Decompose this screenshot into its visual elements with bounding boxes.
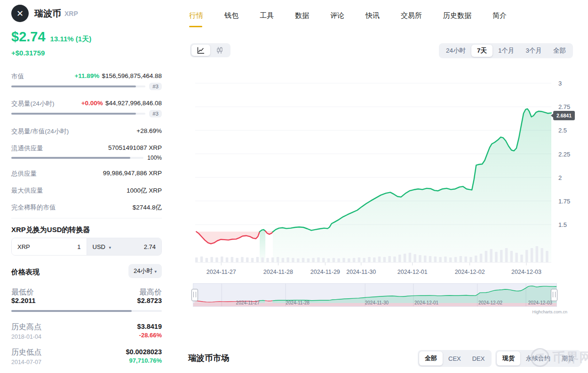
candlestick-chart-button[interactable] [210,45,229,56]
chart-navigator[interactable]: 2024-11-272024-11-282024-11-302024-12-01… [193,283,557,307]
svg-text:2024-12-03: 2024-12-03 [528,300,553,305]
performance-range-dropdown[interactable]: 24小时▾ [128,264,162,278]
svg-text:3: 3 [558,80,562,87]
stat-label: 市值 [11,72,24,81]
svg-text:2: 2 [558,174,562,181]
svg-text:2024-11-30: 2024-11-30 [365,300,389,305]
navigator-left-handle[interactable] [191,289,198,301]
filter-dex[interactable]: DEX [467,352,491,365]
ath-label: 历史高点 [11,323,41,331]
circulating-percent: 100% [147,155,162,161]
filter-all[interactable]: 全部 [419,351,443,365]
range-7d[interactable]: 7天 [471,45,493,57]
tab-comments[interactable]: 评论 [330,11,344,27]
low-high-values: $2.2011 $2.8723 [11,297,162,304]
price-chart-area[interactable]: 32.752.52.2521.751.52024-11-272024-11-28… [191,63,579,280]
divider [11,218,162,218]
price-chart[interactable]: 32.752.52.2521.751.52024-11-272024-11-28… [191,63,579,280]
stat-row-marketcap: 市值 +11.89%$156,596,875,464.88 [11,72,162,81]
navigator-chart: 2024-11-272024-11-282024-11-302024-12-01… [193,284,556,306]
coin-name: 瑞波币 [34,8,61,20]
performance-title: 价格表现 [11,268,40,277]
tab-about[interactable]: 简介 [493,11,507,27]
coin-price: $2.74 [11,29,46,45]
markets-title: 瑞波币市场 [188,352,230,364]
converter-to-cell[interactable]: USD ▾ 2.74 [87,238,162,255]
converter-from-value[interactable]: 1 [77,243,80,250]
chevron-down-icon: ▾ [109,245,111,250]
active-tab-underline [189,26,202,27]
stat-value: $44,927,996,846.08 [105,100,162,107]
stat-label: 完全稀释的市值 [11,203,56,212]
stat-row-volume: 交易量(24小时) +0.00%$44,927,996,846.08 [11,100,162,108]
progress-fill [11,113,136,115]
line-chart-icon [197,47,205,54]
rank-badge: #3 [149,110,162,117]
candlestick-icon [216,47,223,54]
svg-text:2.75: 2.75 [558,103,570,110]
svg-text:1.75: 1.75 [558,198,570,205]
stat-value: +28.69% [136,127,162,136]
currency-converter: XRP 1 USD ▾ 2.74 [11,238,162,256]
progress-track [11,157,143,159]
low-label: 最低价 [11,288,34,297]
last-price-tooltip: 2.6841 [553,111,575,120]
high-label: 最高价 [139,288,162,297]
svg-text:2024-12-02: 2024-12-02 [478,300,503,305]
range-3m[interactable]: 3个月 [520,45,548,57]
tab-quotes[interactable]: 行情 [189,11,203,27]
converter-to-symbol[interactable]: USD ▾ [93,243,111,250]
tab-exchanges[interactable]: 交易所 [401,11,422,27]
navigator-right-handle[interactable] [551,289,557,301]
filter-spot[interactable]: 现货 [497,351,520,365]
converter-from-cell[interactable]: XRP 1 [12,238,87,255]
progress-track [11,85,145,87]
svg-text:2024-11-29: 2024-11-29 [310,269,340,275]
stat-value: 1000亿 XRP [127,186,162,195]
highcharts-credit-link[interactable]: Highcharts.com.cn [532,310,567,314]
filter-perpetual[interactable]: 永续合约 [520,351,556,365]
tab-news[interactable]: 快讯 [366,11,380,27]
atl-label: 历史低点 [11,348,41,356]
stat-value: $156,596,875,464.88 [102,72,162,79]
svg-text:1.5: 1.5 [558,221,567,228]
markets-exchange-filter: 全部 CEX DEX [418,350,492,367]
stat-label: 交易量(24小时) [11,100,55,108]
tab-tools[interactable]: 工具 [260,11,274,27]
coin-change-percent: 13.11% (1天) [50,35,92,44]
range-all[interactable]: 全部 [548,45,572,57]
svg-text:2024-11-27: 2024-11-27 [236,300,260,305]
range-1m[interactable]: 1个月 [493,45,520,57]
stat-change: +11.89% [74,72,99,79]
stat-label: 交易量/市值(24小时) [11,127,69,136]
high-value: $2.8723 [137,297,162,304]
stat-change: +0.00% [81,100,103,107]
svg-text:2.25: 2.25 [558,151,570,158]
stat-label: 流通供应量 [11,144,43,153]
tab-data[interactable]: 数据 [295,11,309,27]
coin-header: ✕ 瑞波币 XRP [11,5,78,22]
progress-fill [11,310,132,312]
ath-date: 2018-01-04 [11,334,41,340]
svg-text:2.5: 2.5 [558,127,567,134]
progress-track [11,113,145,115]
converter-to-value: 2.74 [144,243,156,250]
tab-historical-data[interactable]: 历史数据 [443,11,471,27]
coin-change-absolute: +$0.31759 [11,49,45,57]
stat-bar-circulating: 100% [11,155,162,161]
ath-value: $3.8419 [137,323,162,330]
stat-bar-marketcap: #3 [11,83,162,90]
svg-text:2024-12-02: 2024-12-02 [455,269,485,275]
svg-text:2024-11-28: 2024-11-28 [286,300,310,305]
time-range-selector: 24小时 7天 1个月 3个月 全部 [439,43,573,58]
filter-cex[interactable]: CEX [443,352,467,365]
stat-bar-volume: #3 [11,110,162,117]
converter-from-symbol: XRP [17,243,30,250]
svg-text:2024-12-01: 2024-12-01 [397,269,428,275]
filter-futures[interactable]: 期货 [556,351,580,365]
stat-value: $2744.8亿 [133,203,162,212]
ath-change: -28.66% [139,332,162,339]
range-24h[interactable]: 24小时 [440,45,471,57]
tab-wallet[interactable]: 钱包 [224,11,238,27]
line-chart-button[interactable] [191,45,210,56]
